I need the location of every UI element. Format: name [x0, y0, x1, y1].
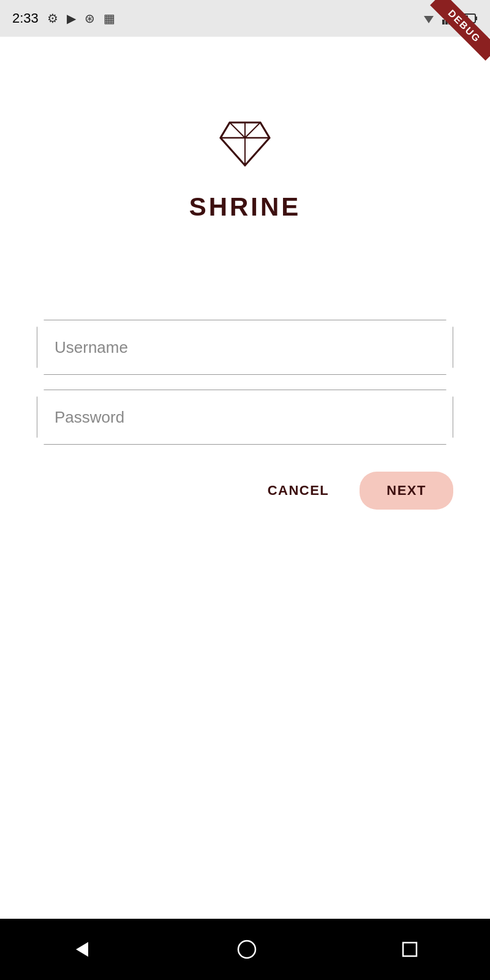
- settings-icon: ⚙: [47, 11, 58, 26]
- svg-point-19: [238, 941, 255, 958]
- svg-rect-20: [403, 943, 417, 956]
- svg-rect-2: [445, 17, 448, 24]
- status-bar: 2:33 ⚙ ▶ ⊛ ▦: [0, 0, 490, 37]
- svg-line-15: [245, 123, 260, 138]
- status-time: 2:33: [12, 10, 39, 26]
- status-bar-left: 2:33 ⚙ ▶ ⊛ ▦: [12, 10, 115, 26]
- svg-marker-18: [76, 942, 88, 957]
- app-title: SHRINE: [189, 192, 301, 222]
- login-form: CANCEL NEXT: [37, 320, 453, 510]
- next-button[interactable]: NEXT: [360, 472, 453, 510]
- svg-line-11: [221, 138, 245, 165]
- svg-rect-4: [451, 12, 454, 24]
- svg-line-10: [260, 123, 270, 138]
- keyboard-icon: ▦: [104, 11, 115, 26]
- shrine-logo-icon: [214, 116, 276, 174]
- status-bar-right: [421, 12, 478, 24]
- svg-marker-0: [424, 16, 434, 23]
- nav-bar: [0, 919, 490, 980]
- recent-button[interactable]: [401, 940, 419, 959]
- main-content: SHRINE CANCEL NEXT: [0, 37, 490, 919]
- svg-line-14: [230, 123, 245, 138]
- svg-rect-3: [448, 15, 451, 24]
- signal-icon: [442, 12, 454, 24]
- battery-icon: [461, 13, 478, 23]
- back-button[interactable]: [71, 938, 93, 960]
- svg-rect-6: [475, 17, 477, 20]
- svg-line-9: [221, 123, 230, 138]
- play-icon: ▶: [67, 11, 76, 26]
- logo-area: SHRINE: [189, 116, 301, 222]
- at-icon: ⊛: [85, 11, 95, 26]
- cancel-button[interactable]: CANCEL: [255, 474, 342, 507]
- password-input[interactable]: [37, 390, 453, 445]
- wifi-icon: [421, 12, 436, 24]
- home-button[interactable]: [236, 938, 258, 960]
- svg-rect-7: [462, 15, 468, 21]
- username-input[interactable]: [37, 320, 453, 375]
- form-buttons: CANCEL NEXT: [37, 472, 453, 510]
- svg-line-12: [245, 138, 270, 165]
- svg-rect-1: [442, 20, 445, 24]
